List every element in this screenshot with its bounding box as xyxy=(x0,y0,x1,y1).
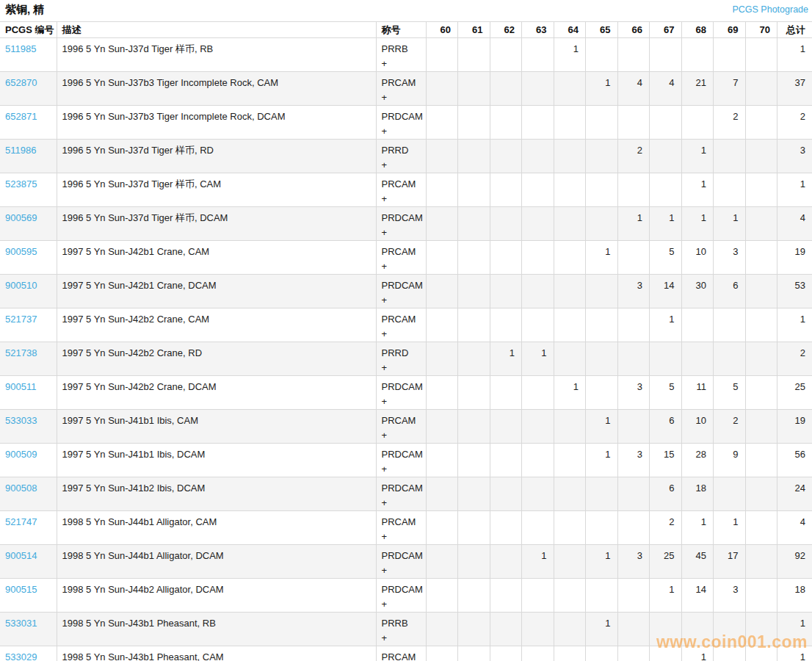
grade-63-cell xyxy=(522,72,554,106)
grade-66-cell xyxy=(617,613,650,646)
pcgs-number-link[interactable]: 533031 xyxy=(5,618,37,629)
table-row: 9005691996 5 Yn Sun-J37d Tiger 样币, DCAMP… xyxy=(0,207,812,241)
designation-cell: PRDCAM+ xyxy=(376,106,426,140)
grade-70-cell xyxy=(745,106,777,140)
grade-66-cell xyxy=(617,410,650,444)
grade-69-cell: 3 xyxy=(714,579,746,613)
grade-65-cell xyxy=(586,308,618,342)
grade-60-cell xyxy=(426,342,458,376)
table-row: 5330331997 5 Yn Sun-J41b1 Ibis, CAMPRCAM… xyxy=(0,410,812,444)
grade-62-cell xyxy=(490,140,522,173)
designation-line: + xyxy=(382,530,423,544)
pcgs-number-link[interactable]: 900509 xyxy=(5,449,37,460)
grade-69-cell: 1 xyxy=(714,207,746,241)
pcgs-number-link[interactable]: 523875 xyxy=(5,178,37,189)
grade-62-cell xyxy=(490,275,522,308)
pcgs-number-link[interactable]: 511986 xyxy=(5,145,36,156)
table-row: 9005141998 5 Yn Sun-J44b1 Alligator, DCA… xyxy=(0,545,812,579)
grade-68-cell xyxy=(681,342,714,376)
column-header-grade-68: 68 xyxy=(681,22,714,38)
grade-63-cell xyxy=(522,444,554,477)
grade-62-cell: 1 xyxy=(490,342,522,376)
designation-cell: PRCAM+ xyxy=(376,72,426,106)
grade-60-cell xyxy=(426,72,458,106)
pcgs-number-link[interactable]: 900515 xyxy=(5,584,37,595)
grade-60-cell xyxy=(426,376,458,410)
designation-line: PRCAM xyxy=(382,76,423,90)
designation-cell: PRRB+ xyxy=(376,613,426,646)
pcgs-number-link[interactable]: 900511 xyxy=(5,381,36,392)
designation-line: PRCAM xyxy=(382,312,423,327)
grade-67-cell xyxy=(650,38,682,72)
grade-69-cell: 6 xyxy=(714,275,746,308)
total-cell: 4 xyxy=(777,207,812,241)
pcgs-number-cell: 511986 xyxy=(0,140,57,173)
grade-65-cell xyxy=(586,106,618,140)
pcgs-number-link[interactable]: 521747 xyxy=(5,516,37,527)
grade-64-cell xyxy=(554,410,586,444)
grade-64-cell xyxy=(554,173,586,207)
grade-63-cell xyxy=(522,613,554,646)
pcgs-number-link[interactable]: 652871 xyxy=(5,111,37,122)
grade-67-cell: 15 xyxy=(650,444,682,477)
grade-70-cell xyxy=(745,207,777,241)
grade-64-cell xyxy=(554,241,586,275)
grade-61-cell xyxy=(458,173,490,207)
grade-65-cell: 1 xyxy=(586,613,618,646)
grade-67-cell: 25 xyxy=(650,545,682,579)
grade-61-cell xyxy=(458,207,490,241)
pcgs-number-link[interactable]: 533033 xyxy=(5,415,37,426)
pcgs-number-cell: 900595 xyxy=(0,241,57,275)
grade-64-cell xyxy=(554,613,586,646)
pcgs-number-link[interactable]: 521737 xyxy=(5,314,37,325)
pcgs-number-link[interactable]: 652870 xyxy=(5,77,37,88)
grade-60-cell xyxy=(426,106,458,140)
pcgs-number-link[interactable]: 533029 xyxy=(5,651,37,661)
designation-line: + xyxy=(382,361,423,375)
description-cell: 1998 5 Yn Sun-J43b1 Pheasant, RB xyxy=(57,613,376,646)
pcgs-number-link[interactable]: 900508 xyxy=(5,483,37,494)
table-row: 6528701996 5 Yn Sun-J37b3 Tiger Incomple… xyxy=(0,72,812,106)
grade-65-cell xyxy=(586,140,618,173)
photograde-link[interactable]: PCGS Photograde xyxy=(732,4,808,15)
pcgs-number-link[interactable]: 900514 xyxy=(5,550,37,561)
grade-68-cell xyxy=(681,106,714,140)
grade-62-cell xyxy=(490,173,522,207)
designation-line: + xyxy=(382,462,423,477)
column-header-grade-67: 67 xyxy=(650,22,682,38)
grade-63-cell xyxy=(522,241,554,275)
grade-68-cell: 10 xyxy=(681,410,714,444)
designation-line: + xyxy=(382,124,423,139)
grade-66-cell: 3 xyxy=(617,275,650,308)
total-cell: 56 xyxy=(777,444,812,477)
total-cell: 2 xyxy=(777,342,812,376)
pcgs-number-link[interactable]: 521738 xyxy=(5,347,37,358)
pcgs-number-link[interactable]: 900510 xyxy=(5,280,37,291)
grade-65-cell xyxy=(586,646,618,661)
grade-70-cell xyxy=(745,410,777,444)
total-cell: 18 xyxy=(777,579,812,613)
grade-67-cell: 5 xyxy=(650,376,682,410)
grade-65-cell: 1 xyxy=(586,241,618,275)
description-cell: 1998 5 Yn Sun-J43b1 Pheasant, CAM xyxy=(57,646,376,661)
designation-line: + xyxy=(382,327,423,342)
pcgs-number-link[interactable]: 900595 xyxy=(5,246,37,257)
grade-63-cell: 1 xyxy=(522,342,554,376)
pcgs-number-link[interactable]: 900569 xyxy=(5,212,37,223)
top-bar: 紫铜, 精 PCGS Photograde xyxy=(0,0,812,21)
grade-64-cell xyxy=(554,207,586,241)
grade-69-cell: 2 xyxy=(714,106,746,140)
grade-68-cell: 1 xyxy=(681,511,714,545)
total-cell: 2 xyxy=(777,106,812,140)
grade-70-cell xyxy=(745,477,777,511)
pcgs-number-cell: 523875 xyxy=(0,173,57,207)
total-cell: 1 xyxy=(777,308,812,342)
designation-line: PRDCAM xyxy=(382,447,423,462)
pcgs-number-link[interactable]: 511985 xyxy=(5,43,36,54)
total-cell: 53 xyxy=(777,275,812,308)
designation-line: + xyxy=(382,259,423,274)
pcgs-number-cell: 521737 xyxy=(0,308,57,342)
grade-63-cell xyxy=(522,579,554,613)
table-row: 9005111997 5 Yn Sun-J42b2 Crane, DCAMPRD… xyxy=(0,376,812,410)
total-cell: 24 xyxy=(777,477,812,511)
